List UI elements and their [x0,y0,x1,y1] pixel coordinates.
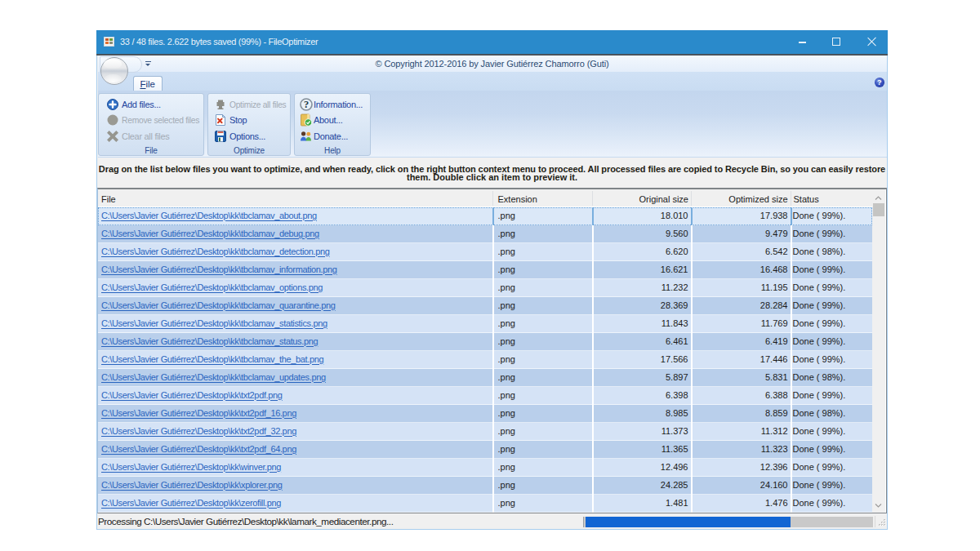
svg-text:?: ? [304,99,309,110]
